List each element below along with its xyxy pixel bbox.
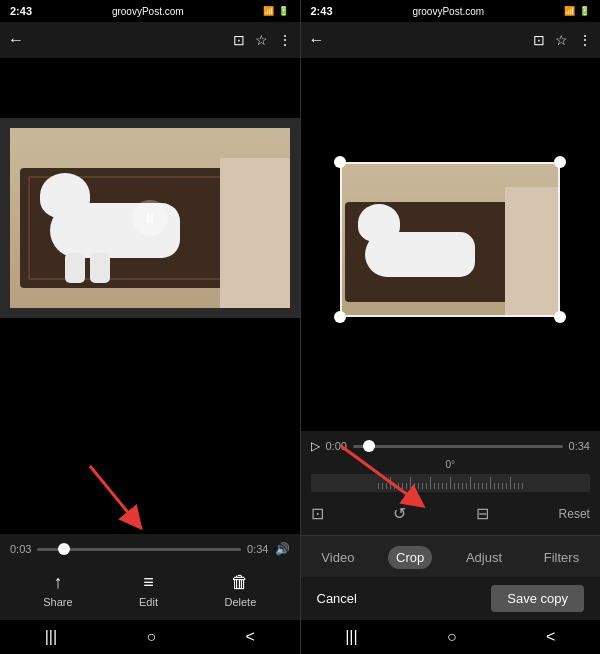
back-icon[interactable]: ← [8, 31, 24, 49]
share-label: Share [43, 596, 72, 608]
end-time-label: 0:34 [247, 543, 268, 555]
dog-leg2 [90, 253, 110, 283]
left-browser-bar: ← ⊡ ☆ ⋮ [0, 22, 300, 58]
bottom-action-bar: Cancel Save copy [301, 577, 601, 620]
crop-border [340, 162, 560, 317]
edit-label: Edit [139, 596, 158, 608]
delete-icon: 🗑 [231, 572, 249, 593]
wifi-icon: 📶 [263, 6, 274, 16]
slider-thumb[interactable] [58, 543, 70, 555]
pause-icon: ⏸ [143, 210, 157, 226]
left-status-time: 2:43 [10, 5, 32, 17]
crop-corner-bl[interactable] [334, 311, 346, 323]
editor-controls: ▷ 0:00 0:34 0° [301, 431, 601, 535]
right-menu-icon[interactable]: ⋮ [578, 32, 592, 48]
right-slider-thumb[interactable] [363, 440, 375, 452]
edit-button[interactable]: ≡ Edit [139, 572, 158, 608]
left-status-bar: 2:43 groovyPost.com 📶 🔋 [0, 0, 300, 22]
battery-icon: 🔋 [278, 6, 289, 16]
rotation-ruler[interactable] [311, 474, 591, 492]
play-pause-button[interactable]: ⏸ [132, 200, 168, 236]
right-back-icon[interactable]: ← [309, 31, 325, 49]
volume-icon[interactable]: 🔊 [275, 542, 290, 556]
right-play-icon[interactable]: ▷ [311, 439, 320, 453]
edit-icon: ≡ [143, 572, 154, 593]
left-panel: 2:43 groovyPost.com 📶 🔋 ← ⊡ ☆ ⋮ [0, 0, 300, 654]
right-bar-icons: ⊡ ☆ ⋮ [533, 32, 592, 48]
right-status-time: 2:43 [311, 5, 333, 17]
right-status-icons: 📶 🔋 [564, 6, 590, 16]
left-nav-home-icon[interactable]: ○ [146, 628, 156, 646]
tab-bar: Video Crop Adjust Filters [301, 535, 601, 577]
right-cast-icon[interactable]: ⊡ [533, 32, 545, 48]
time-slider-row: 0:03 0:34 🔊 [10, 542, 290, 556]
save-copy-button[interactable]: Save copy [491, 585, 584, 612]
left-bar-icons: ⊡ ☆ ⋮ [233, 32, 292, 48]
right-site-label: groovyPost.com [412, 6, 484, 17]
editor-tool-icons: ⊡ ↺ ⊟ Reset [311, 500, 591, 527]
dog-head-left [40, 173, 90, 218]
left-site-label: groovyPost.com [112, 6, 184, 17]
start-time-label: 0:03 [10, 543, 31, 555]
share-icon: ↑ [53, 572, 62, 593]
right-panel: 2:43 groovyPost.com 📶 🔋 ← ⊡ ☆ ⋮ [301, 0, 601, 654]
dog-leg1 [65, 253, 85, 283]
right-battery-icon: 🔋 [579, 6, 590, 16]
right-browser-bar: ← ⊡ ☆ ⋮ [301, 22, 601, 58]
tab-crop[interactable]: Crop [388, 546, 432, 569]
tab-filters[interactable]: Filters [536, 546, 587, 569]
right-wifi-icon: 📶 [564, 6, 575, 16]
floor-left [220, 158, 290, 308]
tab-adjust[interactable]: Adjust [458, 546, 510, 569]
rotation-label: 0° [311, 459, 591, 470]
delete-button[interactable]: 🗑 Delete [224, 572, 256, 608]
flip-icon[interactable]: ⊟ [476, 504, 489, 523]
right-nav-menu-icon[interactable]: ||| [345, 628, 357, 646]
right-nav-bar: ||| ○ < [301, 620, 601, 654]
menu-icon[interactable]: ⋮ [278, 32, 292, 48]
cast-icon[interactable]: ⊡ [233, 32, 245, 48]
left-video-area[interactable]: ⏸ [0, 118, 300, 318]
video-editor-area [301, 58, 601, 431]
right-nav-back-icon[interactable]: < [546, 628, 555, 646]
crop-ratio-icon[interactable]: ⊡ [311, 504, 324, 523]
reset-button[interactable]: Reset [559, 507, 590, 521]
right-end-time: 0:34 [569, 440, 590, 452]
crop-corner-br[interactable] [554, 311, 566, 323]
cancel-button[interactable]: Cancel [317, 591, 357, 606]
left-nav-bar: ||| ○ < [0, 620, 300, 654]
right-nav-home-icon[interactable]: ○ [447, 628, 457, 646]
left-nav-menu-icon[interactable]: ||| [45, 628, 57, 646]
crop-corner-tr[interactable] [554, 156, 566, 168]
ruler-ticks [378, 477, 523, 489]
tab-video[interactable]: Video [313, 546, 362, 569]
rotate-icon[interactable]: ↺ [393, 504, 406, 523]
right-status-bar: 2:43 groovyPost.com 📶 🔋 [301, 0, 601, 22]
star-icon[interactable]: ☆ [255, 32, 268, 48]
action-buttons: ↑ Share ≡ Edit 🗑 Delete [10, 566, 290, 616]
left-status-icons: 📶 🔋 [263, 6, 289, 16]
delete-label: Delete [224, 596, 256, 608]
play-row: ▷ 0:00 0:34 [311, 439, 591, 453]
right-star-icon[interactable]: ☆ [555, 32, 568, 48]
share-button[interactable]: ↑ Share [43, 572, 72, 608]
right-video-slider[interactable] [353, 445, 563, 448]
crop-image-container[interactable] [340, 162, 560, 317]
right-start-time: 0:00 [326, 440, 347, 452]
left-bottom-controls: 0:03 0:34 🔊 ↑ Share ≡ Edit 🗑 Delete [0, 534, 300, 620]
left-nav-back-icon[interactable]: < [245, 628, 254, 646]
video-slider[interactable] [37, 548, 241, 551]
